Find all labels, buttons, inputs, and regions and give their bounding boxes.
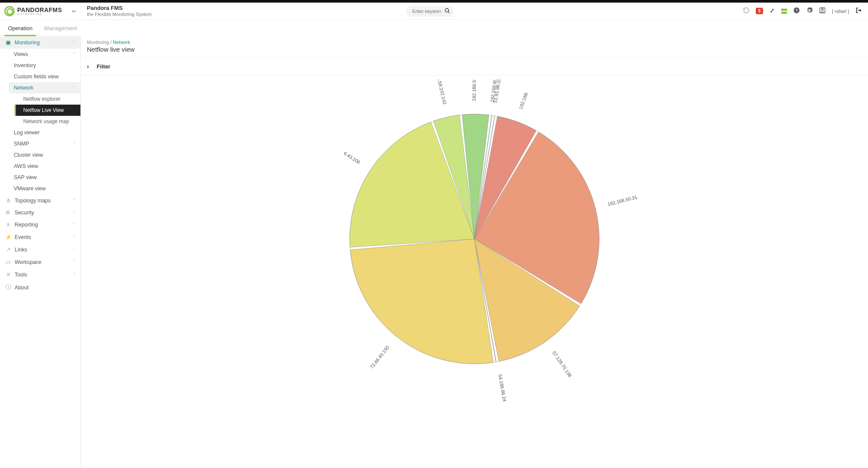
svg-line-1	[448, 11, 449, 12]
filter-toggle[interactable]: › Filter	[81, 58, 868, 75]
app-title-zone: Pandora FMS the Flexible Monitoring Syst…	[81, 5, 157, 17]
sidebar-item-label: AWS view	[14, 163, 38, 169]
sidebar-section-monitoring[interactable]: ▣ Monitoring ˄	[0, 36, 80, 49]
chevron-down-icon: ˅	[73, 142, 75, 146]
svg-text:?: ?	[795, 8, 798, 12]
sidebar-item-label: Events	[15, 234, 31, 240]
page-title: Netflow live view	[81, 46, 868, 58]
sidebar-item-label: Log viewer	[14, 130, 40, 136]
main-content: Monitoring / Network Netflow live view ›…	[81, 36, 868, 468]
sidebar-network-submenu: Netflow explorer Netflow Live View Netwo…	[9, 93, 80, 127]
pie-slice-label: 192.168.50.31	[607, 195, 637, 207]
sidebar-item-topology[interactable]: ⋔ Topology maps ˅	[0, 194, 80, 207]
sidebar-item-links[interactable]: ↗ Links ˅	[0, 243, 80, 256]
sidebar-item-label: Cluster view	[14, 152, 43, 158]
sidebar-collapse-button[interactable]: ⇤	[72, 8, 77, 14]
sidebar-item-label: Views	[14, 51, 28, 57]
info-icon: ⓘ	[5, 284, 11, 291]
notification-badge[interactable]: 5	[756, 8, 763, 14]
sidebar-item-security[interactable]: ⛨ Security ˅	[0, 207, 80, 219]
refresh-icon[interactable]	[743, 7, 750, 15]
app-title: Pandora FMS	[87, 5, 151, 12]
status-squares-icon[interactable]	[781, 9, 787, 14]
sidebar-item-label: Network usage map	[23, 118, 69, 124]
header-actions: 5 ? [ rafael ]	[737, 7, 868, 15]
filter-label: Filter	[97, 63, 111, 70]
sidebar-item-cluster[interactable]: Cluster view	[9, 149, 80, 161]
breadcrumb-sep: /	[109, 40, 113, 45]
header: PANDORAFMS ENTERPRISE ⇤ Pandora FMS the …	[0, 3, 868, 20]
sidebar-item-network[interactable]: Network ˄	[9, 82, 80, 93]
sidebar-item-about[interactable]: ⓘ About	[0, 281, 80, 294]
sidebar-item-label: VMware view	[14, 186, 46, 192]
chevron-down-icon: ˅	[73, 211, 75, 215]
sidebar-item-label: Workspace	[15, 259, 41, 265]
events-icon: ⚡	[5, 234, 11, 240]
pie-slice-label: 6.43.106	[343, 151, 361, 165]
breadcrumb-root[interactable]: Monitoring	[87, 40, 109, 45]
pie-slice-label: 192.168.	[518, 91, 529, 110]
chevron-down-icon: ˅	[73, 52, 75, 57]
sidebar-item-custom-fields[interactable]: Custom fields view	[9, 71, 80, 82]
sidebar-item-netflow-live[interactable]: Netflow Live View	[15, 105, 80, 116]
logo-line2: ENTERPRISE	[17, 13, 62, 15]
breadcrumb-leaf[interactable]: Network	[113, 40, 130, 45]
chevron-down-icon: ˅	[73, 235, 75, 239]
pie-slice-label: 146.59.242.142	[435, 80, 448, 105]
sidebar-item-log-viewer[interactable]: Log viewer	[9, 127, 80, 138]
sidebar-item-label: Links	[15, 247, 27, 253]
pie-slice[interactable]	[350, 239, 493, 364]
tab-operation[interactable]: Operation	[0, 20, 40, 36]
logo-zone: PANDORAFMS ENTERPRISE ⇤	[0, 6, 81, 16]
tab-management[interactable]: Management	[40, 20, 81, 36]
gear-icon[interactable]	[806, 7, 813, 15]
sidebar-item-reporting[interactable]: ≡ Reporting ˅	[0, 219, 80, 231]
chevron-down-icon: ˅	[73, 223, 75, 227]
sidebar-item-events[interactable]: ⚡ Events ˅	[0, 231, 80, 243]
shield-icon: ⛨	[5, 210, 11, 216]
reporting-icon: ≡	[5, 222, 11, 228]
help-icon[interactable]: ?	[793, 7, 800, 15]
sidebar-item-vmware[interactable]: VMware view	[9, 183, 80, 194]
sidebar-item-label: Network	[14, 85, 34, 91]
sidebar-item-label: Reporting	[15, 222, 38, 228]
workspace-icon: ▭	[5, 259, 11, 265]
svg-point-0	[445, 8, 448, 12]
pie-slice-label: 72.66.40.150	[369, 345, 390, 370]
logo-icon	[4, 6, 15, 16]
search-icon[interactable]	[444, 8, 450, 15]
sidebar-item-label: Security	[15, 210, 34, 216]
sidebar-item-label: About	[15, 285, 29, 291]
sidebar-item-label: Inventory	[14, 62, 36, 68]
user-icon[interactable]	[819, 7, 826, 15]
pin-icon[interactable]	[769, 7, 775, 15]
sidebar-item-inventory[interactable]: Inventory	[9, 60, 80, 71]
user-name-label[interactable]: [ rafael ]	[832, 9, 849, 14]
sidebar-item-workspace[interactable]: ▭ Workspace ˅	[0, 256, 80, 268]
sidebar-item-aws[interactable]: AWS view	[9, 161, 80, 172]
sidebar-item-label: Tools	[15, 272, 27, 278]
tools-icon: ✕	[5, 271, 11, 278]
topology-icon: ⋔	[5, 197, 11, 204]
breadcrumb: Monitoring / Network	[81, 36, 868, 46]
sidebar-item-label: SAP view	[14, 174, 37, 180]
links-icon: ↗	[5, 246, 11, 253]
sidebar-item-network-usage[interactable]: Network usage map	[15, 116, 80, 127]
sidebar-item-sap[interactable]: SAP view	[9, 172, 80, 183]
sidebar-item-netflow-explorer[interactable]: Netflow explorer	[15, 93, 80, 105]
netflow-pie-chart[interactable]: 192.168.192.168.50.3157.128.70.13854.198…	[289, 80, 659, 407]
sidebar-item-label: Custom fields view	[14, 74, 58, 80]
sidebar-item-views[interactable]: Views ˅	[9, 49, 80, 60]
sidebar-item-tools[interactable]: ✕ Tools ˅	[0, 268, 80, 281]
logo-text: PANDORAFMS ENTERPRISE	[17, 7, 62, 15]
search-zone	[406, 6, 454, 17]
logout-icon[interactable]	[855, 7, 862, 15]
sidebar: ▣ Monitoring ˄ Views ˅ Inventory Custom …	[0, 36, 81, 468]
sidebar-item-snmp[interactable]: SNMP ˅	[9, 138, 80, 149]
chevron-up-icon: ˄	[73, 40, 75, 45]
pie-slice-label: 57.128.70.138	[551, 350, 573, 378]
chevron-down-icon: ˅	[73, 272, 75, 277]
chevron-down-icon: ˅	[73, 198, 75, 203]
chevron-up-icon: ˄	[73, 86, 75, 90]
sidebar-tabs: Operation Management	[0, 20, 81, 36]
